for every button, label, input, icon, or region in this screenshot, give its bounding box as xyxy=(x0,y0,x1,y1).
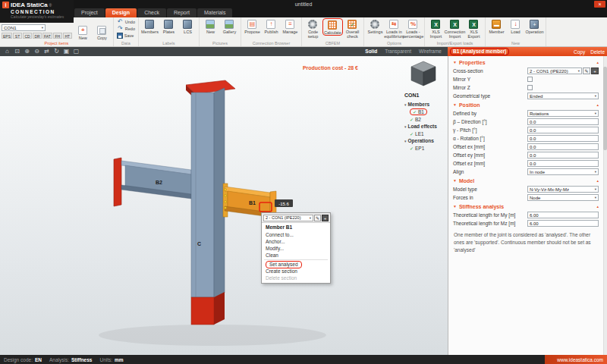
align-dropdown[interactable]: In node▾ xyxy=(527,168,599,175)
menu-item-connect-to[interactable]: Connect to... xyxy=(262,231,330,238)
screenshot-icon[interactable]: ▢ xyxy=(71,47,81,56)
orbit-icon[interactable]: ↻ xyxy=(52,47,61,56)
section-model[interactable]: ▼ Model ▴ xyxy=(448,176,603,185)
forces-in-dropdown[interactable]: Node▾ xyxy=(527,194,599,201)
new-load-button[interactable]: ↓ Load xyxy=(506,18,525,34)
manage-button[interactable]: ≡ Manage xyxy=(281,18,300,34)
propose-button[interactable]: ▤ Propose xyxy=(243,18,262,34)
delete-member-button[interactable]: Delete xyxy=(590,49,605,55)
labels-members-button[interactable]: Members xyxy=(140,18,159,34)
new-member-button[interactable]: ▬ Member xyxy=(487,18,506,34)
tree-root-con1[interactable]: CON1 xyxy=(404,93,447,101)
model-type-dropdown[interactable]: N-Vy-Vz-Mx-My-Mz▾ xyxy=(527,186,599,193)
tree-item-b2[interactable]: ✓ B2 xyxy=(404,115,447,123)
beam-b2[interactable]: B2 xyxy=(114,158,191,206)
type-button-fat[interactable]: FAT xyxy=(42,33,52,39)
beta-direction-input[interactable]: 0.0 xyxy=(527,118,599,125)
menu-item-clean[interactable]: Clean xyxy=(262,252,330,259)
new-operation-button[interactable]: + Operation xyxy=(525,18,544,34)
view-mode-solid[interactable]: Solid xyxy=(361,47,381,56)
mirror-z-checkbox[interactable] xyxy=(527,85,533,90)
viewport-3d[interactable]: B2 C xyxy=(0,56,448,355)
copy-item-button[interactable]: Copy xyxy=(93,24,112,40)
section-properties[interactable]: ▼ Properties ▴ xyxy=(448,58,603,67)
connection-selector[interactable]: CON1 ▾ xyxy=(2,24,46,31)
type-button-eps[interactable]: EPS xyxy=(2,33,12,39)
offset-ey-input[interactable]: 0.0 xyxy=(527,152,599,158)
offset-ez-input[interactable]: 0.0 xyxy=(527,160,599,167)
type-button-st[interactable]: ST xyxy=(13,33,22,39)
panel-scrollbar[interactable] xyxy=(603,56,607,355)
close-button[interactable]: × xyxy=(594,1,605,8)
new-item-button[interactable]: + New xyxy=(74,24,93,40)
xls-import-button[interactable]: X XLS Import xyxy=(426,18,445,39)
tab-check[interactable]: Check xyxy=(137,8,166,17)
menu-item-create-section[interactable]: Create section xyxy=(262,268,330,275)
redo-button[interactable]: ↷Redo xyxy=(115,25,137,32)
labels-plates-button[interactable]: Plates xyxy=(159,18,178,34)
tab-project[interactable]: Project xyxy=(74,8,105,17)
save-button[interactable]: Save xyxy=(115,32,137,39)
section-position[interactable]: ▼ Position ▴ xyxy=(448,100,603,109)
tree-section-operations[interactable]: ▾ Operations xyxy=(404,137,447,144)
zoom-out-icon[interactable]: ⊖ xyxy=(32,47,42,56)
type-button-cd[interactable]: CD xyxy=(23,33,32,39)
navigation-cube[interactable] xyxy=(410,61,436,86)
gamma-pitch-input[interactable]: 0.0 xyxy=(527,127,599,133)
add-cross-section-button[interactable]: + xyxy=(591,67,599,74)
tree-section-members[interactable]: ▾ Members xyxy=(404,101,447,108)
zoom-fit-icon[interactable]: ⊡ xyxy=(12,47,22,56)
tab-report[interactable]: Report xyxy=(167,8,197,17)
new-picture-button[interactable]: New xyxy=(201,18,220,34)
gallery-button[interactable]: Gallery xyxy=(220,18,239,34)
tree-item-b1[interactable]: ✓ B1 xyxy=(404,108,447,115)
add-cross-section-button[interactable]: + xyxy=(322,215,329,221)
home-view-icon[interactable]: ⌂ xyxy=(2,47,12,56)
menu-item-modify[interactable]: Modify... xyxy=(262,245,330,252)
defined-by-dropdown[interactable]: Rotations▾ xyxy=(527,110,599,117)
tree-section-load-effects[interactable]: ▾ Load effects xyxy=(404,123,447,130)
3d-scene[interactable]: B2 C xyxy=(0,56,448,355)
menu-item-set-analysed[interactable]: Set analysed xyxy=(262,261,330,268)
geometrical-type-dropdown[interactable]: Ended▾ xyxy=(527,93,599,99)
menu-item-anchor[interactable]: Anchor... xyxy=(262,238,330,245)
length-my-input[interactable]: 6.00 xyxy=(527,212,599,218)
section-stiffness-analysis[interactable]: ▼ Stiffness analysis ▴ xyxy=(448,202,603,211)
settings-button[interactable]: Settings xyxy=(366,18,385,34)
edit-cross-section-button[interactable]: ✎ xyxy=(583,67,590,74)
type-button-ht[interactable]: HT xyxy=(63,33,72,39)
zoom-in-icon[interactable]: ⊕ xyxy=(22,47,32,56)
code-setup-button[interactable]: Code setup xyxy=(304,18,322,39)
edit-cross-section-button[interactable]: ✎ xyxy=(314,215,321,221)
length-mz-input[interactable]: 6.00 xyxy=(527,220,599,227)
labels-lcs-button[interactable]: LCS xyxy=(178,18,197,34)
offset-ex-input[interactable]: 0.0 xyxy=(527,143,599,150)
select-icon[interactable]: ▣ xyxy=(61,47,71,56)
scrollbar-thumb[interactable] xyxy=(603,67,607,150)
xls-export-button[interactable]: X XLS Export xyxy=(464,18,483,39)
type-button-fh[interactable]: FH xyxy=(53,33,62,39)
tab-design[interactable]: Design xyxy=(105,8,137,17)
loads-in-equilibrium-button[interactable]: ⇆ Loads in equilibrium xyxy=(385,18,404,39)
gallery-icon xyxy=(225,20,234,29)
view-mode-transparent[interactable]: Transparent xyxy=(381,47,415,56)
tree-item-le1[interactable]: ✓ LE1 xyxy=(404,130,447,137)
view-mode-wireframe[interactable]: Wireframe xyxy=(415,47,445,56)
undo-button[interactable]: ↶Undo xyxy=(115,18,137,25)
alpha-rotation-input[interactable]: 0.0 xyxy=(527,135,599,142)
mirror-y-checkbox[interactable] xyxy=(527,77,533,82)
cross-section-dropdown[interactable]: 2 - CON1 (IPE220)▾ xyxy=(527,67,582,74)
cross-section-selector[interactable]: 2 - CON1 (IPE220) ▾ xyxy=(263,215,313,221)
website-link[interactable]: www.ideastatica.com xyxy=(545,355,607,364)
tree-item-ep1[interactable]: ✓ EP1 xyxy=(404,144,447,152)
loads-percentage-button[interactable]: % Loads - percentage xyxy=(404,18,423,39)
ribbon-group-label: Connection Browser xyxy=(243,40,300,46)
type-button-dr[interactable]: DR xyxy=(33,33,42,39)
pan-icon[interactable]: ⇄ xyxy=(42,47,52,56)
copy-member-button[interactable]: Copy xyxy=(574,49,585,55)
tab-materials[interactable]: Materials xyxy=(197,8,232,17)
connection-import-button[interactable]: X Connection Import xyxy=(445,18,464,39)
overall-check-button[interactable]: ✓ Overall check xyxy=(343,18,362,39)
publish-button[interactable]: ↑ Publish xyxy=(262,18,281,34)
calculate-button[interactable]: Calculate xyxy=(323,19,342,35)
